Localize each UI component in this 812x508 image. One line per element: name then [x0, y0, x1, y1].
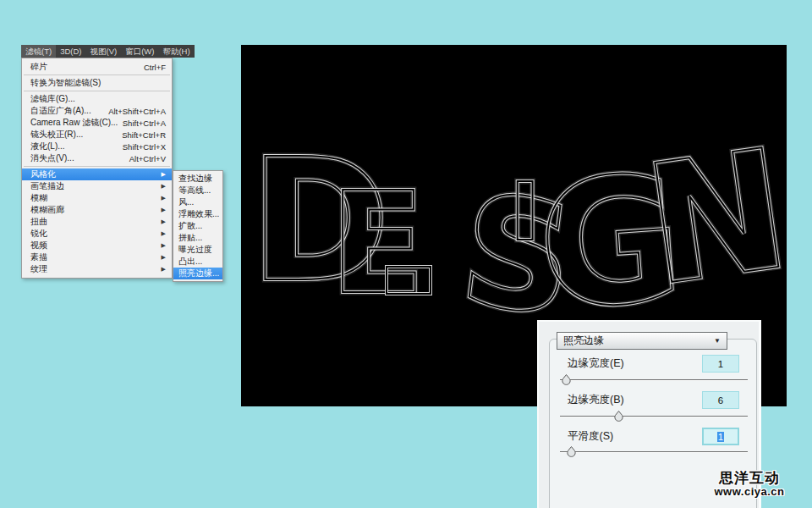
submenu-arrow-icon: ▶ — [162, 254, 166, 261]
slider-thumb[interactable] — [567, 446, 576, 458]
edge-width-field[interactable]: 1 — [702, 355, 739, 373]
letter-n: N N N — [635, 113, 787, 323]
menu-separator — [24, 91, 170, 91]
menu-item-sketch[interactable]: 素描 ▶ — [22, 251, 172, 263]
submenu-item-solarize[interactable]: 曝光过度 — [173, 244, 222, 256]
edge-width-label: 边缘宽度(E) — [568, 356, 624, 371]
submenu-item-emboss[interactable]: 浮雕效果... — [173, 208, 222, 220]
menu-item-label: 锐化 — [30, 228, 47, 240]
menu-item-shortcut: Ctrl+F — [144, 63, 166, 72]
submenu-arrow-icon: ▶ — [162, 218, 166, 225]
submenu-arrow-icon: ▶ — [162, 207, 166, 213]
edge-brightness-value: 6 — [718, 395, 723, 406]
watermark-url: www.ciya.cn — [707, 486, 792, 498]
menu-item-label: 转换为智能滤镜(S) — [30, 77, 101, 89]
watermark-brand: 思洋互动 — [707, 471, 792, 486]
menu-item-brush-strokes[interactable]: 画笔描边 ▶ — [22, 180, 172, 192]
menubar: 滤镜(T) 3D(D) 视图(V) 窗口(W) 帮助(H) — [21, 45, 195, 58]
submenu-item-find-edges[interactable]: 查找边缘 — [173, 173, 222, 185]
menu-item-blur-gallery[interactable]: 模糊画廊 ▶ — [22, 204, 172, 216]
slider-thumb[interactable] — [562, 374, 571, 386]
submenu-item-trace-contour[interactable]: 等高线... — [173, 185, 222, 196]
slider-track — [560, 451, 748, 453]
menu-item-label: 模糊 — [30, 192, 47, 204]
menu-item-texture[interactable]: 纹理 ▶ — [22, 263, 172, 275]
smoothness-label: 平滑度(S) — [568, 429, 613, 444]
submenu-arrow-icon: ▶ — [162, 242, 166, 249]
edge-brightness-label: 边缘亮度(B) — [568, 393, 624, 407]
edge-width-value: 1 — [718, 359, 723, 369]
smoothness-field[interactable]: 1 — [702, 428, 739, 445]
menubar-item-filter[interactable]: 滤镜(T) — [21, 45, 56, 58]
submenu-arrow-icon: ▶ — [162, 195, 166, 202]
slider-thumb[interactable] — [614, 411, 623, 422]
menu-item-label: 碎片 — [30, 61, 47, 73]
menu-item-blur[interactable]: 模糊 ▶ — [22, 192, 172, 204]
svg-text:E: E — [330, 163, 425, 325]
filter-select-dropdown[interactable]: 照亮边缘 ▼ — [557, 332, 727, 350]
watermark: 思洋互动 www.ciya.cn — [707, 471, 792, 497]
submenu-arrow-icon: ▶ — [162, 183, 166, 190]
slider-track — [560, 416, 748, 417]
menu-item-label: 视频 — [30, 240, 47, 251]
menu-item-vanishing-point[interactable]: 消失点(V)... Alt+Ctrl+V — [22, 152, 172, 164]
stylize-submenu: 查找边缘 等高线... 风... 浮雕效果... 扩散... 拼贴... 曝光过… — [173, 170, 223, 282]
submenu-item-diffuse[interactable]: 扩散... — [173, 220, 222, 232]
menu-separator — [24, 166, 170, 167]
menu-item-lens-correction[interactable]: 镜头校正(R)... Shift+Ctrl+R — [22, 129, 172, 141]
menu-item-stylize[interactable]: 风格化 ▶ — [22, 168, 172, 180]
menu-item-shortcut: Alt+Ctrl+V — [129, 154, 166, 163]
letter-e: E E E — [330, 163, 425, 325]
submenu-item-tiles[interactable]: 拼贴... — [173, 232, 222, 244]
svg-text:N: N — [635, 113, 787, 323]
edge-width-slider[interactable] — [560, 374, 748, 386]
menu-item-label: 纹理 — [30, 263, 47, 275]
menu-item-shortcut: Shift+Ctrl+A — [123, 119, 166, 128]
menu-item-adaptive-wide-angle[interactable]: 自适应广角(A)... Alt+Shift+Ctrl+A — [22, 105, 172, 117]
menu-item-label: 风格化 — [30, 168, 56, 180]
filter-select-value: 照亮边缘 — [563, 334, 604, 348]
dropdown-arrow-icon: ▼ — [714, 337, 721, 345]
menu-item-camera-raw[interactable]: Camera Raw 滤镜(C)... Shift+Ctrl+A — [22, 117, 172, 129]
smoothness-value-selected: 1 — [717, 432, 724, 442]
menu-item-label: 消失点(V)... — [30, 152, 74, 164]
submenu-item-wind[interactable]: 风... — [173, 196, 222, 208]
menu-item-shortcut: Shift+Ctrl+R — [122, 130, 166, 140]
filter-menu: 碎片 Ctrl+F 转换为智能滤镜(S) 滤镜库(G)... 自适应广角(A).… — [21, 58, 173, 279]
menu-item-label: 滤镜库(G)... — [30, 93, 75, 105]
menu-item-label: 液化(L)... — [30, 141, 65, 152]
menubar-item-3d[interactable]: 3D(D) — [56, 45, 85, 58]
edge-brightness-field[interactable]: 6 — [702, 391, 739, 409]
menu-item-liquify[interactable]: 液化(L)... Shift+Ctrl+X — [22, 141, 172, 152]
menubar-item-help[interactable]: 帮助(H) — [158, 45, 194, 58]
menu-item-convert-smart-filters[interactable]: 转换为智能滤镜(S) — [22, 77, 172, 89]
menu-item-label: 镜头校正(R)... — [30, 129, 83, 141]
menu-item-sharpen[interactable]: 锐化 ▶ — [22, 228, 172, 240]
menu-item-label: 模糊画廊 — [30, 204, 64, 216]
menubar-item-window[interactable]: 窗口(W) — [121, 45, 158, 58]
submenu-item-extrude[interactable]: 凸出... — [173, 256, 222, 268]
menu-item-shortcut: Alt+Shift+Ctrl+A — [108, 107, 166, 116]
menu-item-distort[interactable]: 扭曲 ▶ — [22, 216, 172, 228]
smoothness-slider[interactable] — [560, 446, 748, 458]
menu-item-filter-gallery[interactable]: 滤镜库(G)... — [22, 93, 172, 105]
menu-separator — [24, 75, 170, 75]
menubar-item-view[interactable]: 视图(V) — [85, 45, 121, 58]
edge-brightness-slider[interactable] — [560, 411, 748, 422]
submenu-arrow-icon: ▶ — [162, 230, 166, 237]
menu-item-shortcut: Shift+Ctrl+X — [123, 142, 166, 152]
submenu-arrow-icon: ▶ — [162, 171, 166, 178]
menu-item-label: 画笔描边 — [30, 180, 64, 192]
menu-item-fragment[interactable]: 碎片 Ctrl+F — [22, 61, 172, 73]
menu-item-label: 自适应广角(A)... — [30, 105, 91, 117]
menu-item-video[interactable]: 视频 ▶ — [22, 240, 172, 251]
submenu-arrow-icon: ▶ — [162, 266, 166, 273]
menu-item-label: 素描 — [30, 251, 47, 263]
slider-track — [560, 379, 748, 381]
submenu-item-glowing-edges[interactable]: 照亮边缘... — [173, 268, 222, 279]
menu-item-label: 扭曲 — [30, 216, 47, 228]
menu-item-label: Camera Raw 滤镜(C)... — [30, 117, 118, 129]
